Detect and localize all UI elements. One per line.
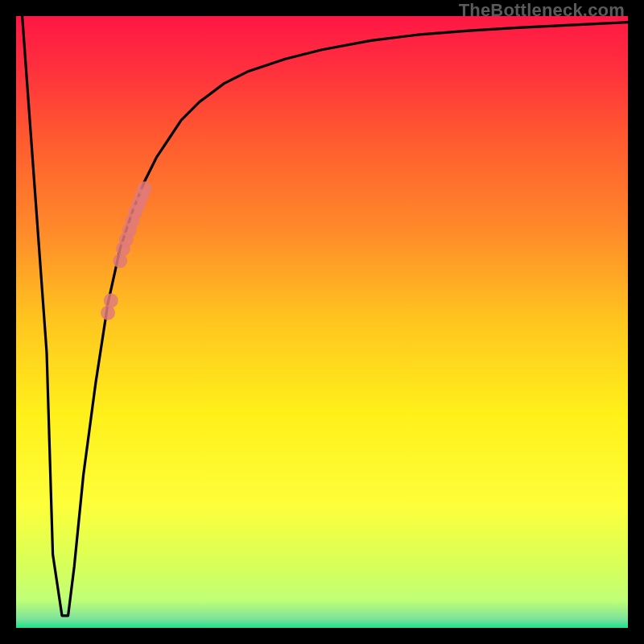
highlight-dot [104,293,118,308]
highlight-dot [138,181,152,196]
chart-frame: TheBottleneck.com [0,0,644,644]
highlight-dot [101,306,115,320]
watermark-label: TheBottleneck.com [459,0,625,21]
bottleneck-curve [16,16,628,628]
plot-area [16,16,628,628]
highlight-dots [101,181,152,320]
highlight-dot [113,254,127,268]
